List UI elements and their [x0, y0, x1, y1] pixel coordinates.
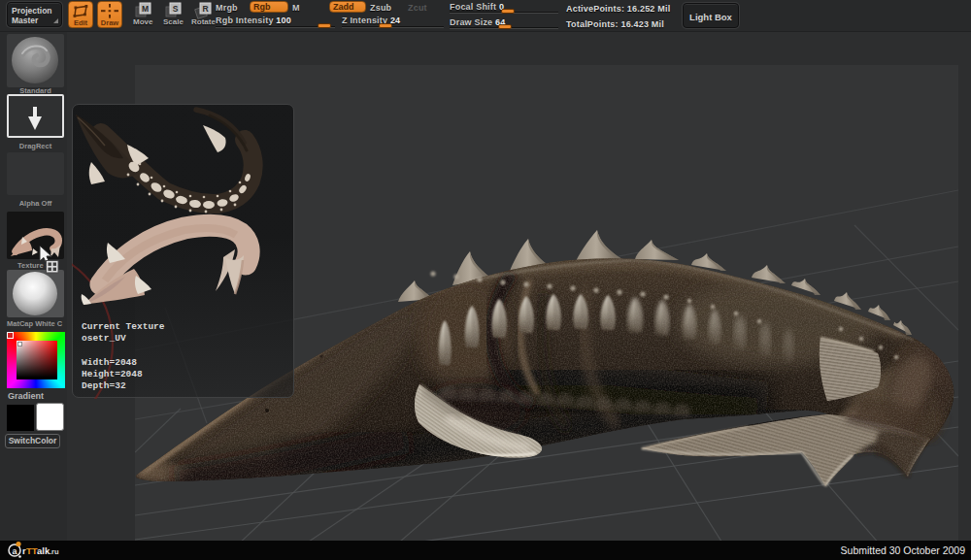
- svg-text:Current Texture: Current Texture: [82, 321, 165, 332]
- svg-text:a: a: [12, 546, 17, 556]
- svg-text:osetr_UV: osetr_UV: [82, 333, 126, 344]
- svg-text:Depth=32: Depth=32: [82, 380, 126, 391]
- svg-text:R: R: [202, 4, 208, 14]
- svg-text:M: M: [142, 4, 149, 14]
- svg-text:Edit: Edit: [74, 18, 88, 27]
- svg-text:alk: alk: [37, 545, 50, 556]
- svg-text:Width=2048: Width=2048: [82, 357, 137, 368]
- svg-text:S: S: [173, 4, 179, 14]
- svg-text:Draw: Draw: [101, 18, 119, 27]
- svg-text:.ru: .ru: [50, 547, 59, 556]
- svg-text:Height=2048: Height=2048: [82, 369, 143, 379]
